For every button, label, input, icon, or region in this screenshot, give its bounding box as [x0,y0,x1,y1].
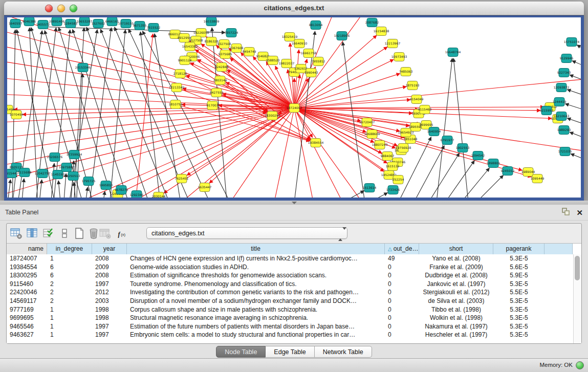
table-mode-button[interactable] [10,227,22,239]
graph-node[interactable]: 9327508 [217,40,231,49]
tab-network-table[interactable]: Network Table [315,346,372,358]
graph-node[interactable]: 18226058 [193,29,209,37]
graph-node[interactable]: 9884067 [381,152,395,161]
graph-node[interactable]: 1995810 [99,181,113,190]
column-header-title[interactable]: title [127,244,385,254]
graph-node[interactable]: 2803144 [213,76,227,85]
function-builder-button[interactable]: f(x) [117,228,129,240]
graph-node[interactable]: 8186328 [205,37,219,46]
table-row[interactable]: 2242004622012Investigating the contribut… [7,288,574,297]
graph-node[interactable]: 6791977 [441,136,454,145]
graph-node[interactable]: 17359924 [67,150,82,159]
graph-node[interactable]: 1588520 [266,56,280,65]
network-canvas[interactable]: 1872400786601238912954182260589127508165… [7,17,581,198]
graph-node[interactable]: 12213967 [385,39,401,48]
graph-node[interactable]: 1070454 [10,111,24,119]
graph-node[interactable]: 9375685 [219,50,232,59]
graph-node[interactable]: 917003 [207,101,219,110]
graph-node[interactable]: 20891406 [49,17,65,26]
graph-node[interactable]: 12093872 [554,83,570,92]
close-panel-icon[interactable]: ✕ [576,209,583,217]
graph-node[interactable]: 1095449 [531,174,545,183]
graph-node[interactable]: 10653287 [77,17,93,26]
table-row[interactable]: 1456911722003Disruption of a novel membe… [7,297,574,305]
graph-node[interactable]: 18807243 [372,141,388,149]
graph-node[interactable]: 1989293 [557,126,571,135]
graph-node[interactable]: 1640557 [9,19,23,28]
network-window-titlebar[interactable]: citations_edges.txt [4,2,584,15]
tab-edge-table[interactable]: Edge Table [266,346,314,358]
graph-node[interactable]: 1990443 [304,69,318,77]
table-row[interactable]: 946554611997Estimation of the future num… [7,322,574,331]
graph-node[interactable]: 1513614 [363,184,377,192]
graph-node[interactable]: 7955812 [312,57,325,66]
graph-node[interactable]: 7485063 [399,68,413,76]
table-row[interactable]: 911546021997Tourette syndrome. Phenomeno… [7,280,574,289]
graph-node[interactable]: 2030144 [152,192,166,198]
graph-node[interactable]: 1292346 [130,191,144,198]
scrollbar-thumb[interactable] [575,256,580,280]
graph-node[interactable]: 9227343 [557,69,571,77]
show-columns-button[interactable] [26,227,38,239]
graph-node[interactable]: 1810754 [169,100,183,109]
graph-node[interactable]: 252254 [393,176,404,184]
table-row[interactable]: 1938455462009Genome-wide association stu… [7,263,574,272]
column-header-in_degree[interactable]: in_degree [47,244,92,254]
graph-node[interactable]: 1721035 [558,147,572,156]
row-height-button[interactable] [58,227,71,239]
graph-node[interactable]: 8813054 [309,21,323,30]
graph-node[interactable]: 9154049 [410,95,424,104]
table-row[interactable]: 977716911998Corpus callosum shape and si… [7,305,574,314]
table-row[interactable]: 969969511998Structural magnetic resonanc… [7,314,574,322]
graph-node[interactable]: 2367608 [230,44,244,53]
graph-node[interactable]: 1875193 [406,81,420,90]
graph-node[interactable]: 10719155 [118,19,134,28]
graph-node[interactable]: 1635447 [198,183,212,192]
graph-node[interactable]: 1795725 [82,177,96,186]
column-header-name[interactable]: name [7,244,47,254]
graph-node[interactable]: 1250513 [67,172,80,181]
graph-node[interactable]: 16154838 [374,27,389,36]
graph-node[interactable]: 16648784 [445,48,461,57]
graph-node[interactable]: 2087682 [365,18,379,27]
graph-node[interactable]: 9901124 [178,56,192,65]
graph-node[interactable]: 10973493 [391,53,407,61]
graph-node[interactable]: 2718126 [173,70,187,78]
graph-node[interactable]: 9242848 [215,63,229,72]
float-window-icon[interactable] [562,208,570,217]
select-rows-button[interactable] [42,227,55,239]
graph-node[interactable]: 9215953 [540,106,554,115]
graph-node[interactable]: 7625451 [175,174,189,183]
table-row[interactable]: 1872400712008Changes of HCN gene express… [7,254,574,263]
graph-node[interactable]: 1615132 [386,162,400,171]
column-header-out_de…[interactable]: △out_de… [385,244,419,254]
table-row[interactable]: 1830029562008Estimation of significance … [7,271,574,280]
graph-node[interactable]: 9671355 [133,21,147,30]
graph-node[interactable]: 1284583 [64,19,78,28]
graph-node[interactable]: 1244419 [553,98,567,106]
graph-node[interactable]: 1640954 [427,127,441,136]
graph-node[interactable]: 6466161 [105,17,119,26]
graph-node[interactable]: 1733426 [386,186,400,194]
panel-splitter[interactable] [0,201,588,205]
column-header-filler[interactable] [545,244,573,254]
graph-node[interactable]: 1902553 [456,144,470,152]
graph-node[interactable]: 9129946 [560,54,574,63]
delete-column-button[interactable] [88,227,100,239]
column-header-year[interactable]: year [92,244,127,254]
column-header-short[interactable]: short [419,244,493,254]
graph-node[interactable]: 8427552 [210,89,224,97]
graph-node[interactable]: 1405572 [36,20,50,29]
graph-node[interactable]: 16033809 [204,17,220,26]
graph-node[interactable]: 1527602 [92,19,105,28]
column-header-pagerank[interactable]: pagerank [493,244,545,254]
graph-node[interactable]: 7857224 [225,29,238,37]
graph-node[interactable]: 7515522 [147,24,161,32]
graph-node[interactable]: 8454749 [243,48,256,56]
graph-node[interactable]: 1094542 [471,151,485,160]
table-row[interactable]: 946362711997Embryonic stem cells: a mode… [7,331,574,339]
graph-node[interactable]: 16961758 [301,49,317,58]
graph-node[interactable]: 1115688 [18,168,32,177]
splitter-handle-icon[interactable] [292,202,297,204]
graph-node[interactable]: 19218906 [334,32,350,40]
